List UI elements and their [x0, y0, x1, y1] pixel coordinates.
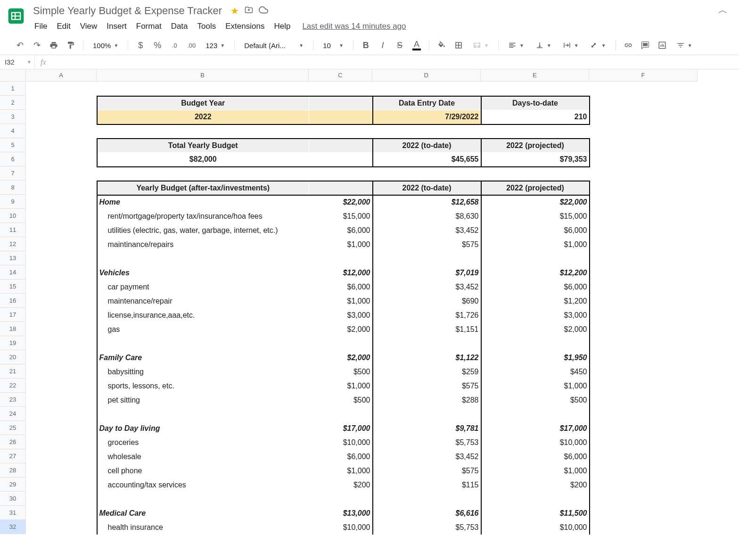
font-select[interactable]: Default (Ari...▼ [240, 40, 307, 51]
item-budget[interactable]: $10,000 [309, 520, 373, 535]
cell[interactable] [590, 506, 698, 520]
cell[interactable] [26, 96, 97, 110]
document-title[interactable]: Simple Yearly Budget & Expense Tracker [30, 4, 225, 18]
category-name[interactable]: Family Care [97, 351, 309, 365]
menu-help[interactable]: Help [270, 20, 295, 33]
category-projected[interactable]: $1,950 [481, 351, 590, 365]
number-format-select[interactable]: 123▼ [202, 40, 229, 51]
item-projected[interactable]: $15,000 [481, 209, 590, 223]
category-to-date[interactable]: $1,122 [373, 351, 481, 365]
cell[interactable] [97, 167, 309, 181]
cell[interactable] [309, 96, 373, 110]
item-projected[interactable]: $1,000 [481, 379, 590, 393]
cell[interactable] [309, 139, 373, 153]
cell[interactable] [97, 492, 309, 506]
item-name[interactable]: maintenance/repair [97, 294, 309, 308]
move-icon[interactable] [245, 6, 253, 16]
section-projected-label[interactable]: 2022 (projected) [481, 181, 590, 195]
category-to-date[interactable]: $6,616 [373, 506, 481, 520]
to-date-label[interactable]: 2022 (to-date) [373, 139, 481, 153]
category-budget[interactable]: $12,000 [309, 266, 373, 280]
data-entry-label[interactable]: Data Entry Date [373, 96, 481, 110]
item-projected[interactable]: $450 [481, 365, 590, 379]
projected-value[interactable]: $79,353 [481, 153, 590, 167]
item-projected[interactable]: $6,000 [481, 280, 590, 294]
percent-icon[interactable]: % [151, 39, 164, 52]
cell[interactable] [373, 167, 481, 181]
cell[interactable] [97, 252, 309, 266]
cell[interactable] [309, 153, 373, 167]
cell[interactable] [590, 223, 698, 238]
item-to-date[interactable]: $1,726 [373, 308, 481, 322]
cell[interactable] [26, 209, 97, 223]
item-name[interactable]: rent/mortgage/property tax/insurance/hoa… [97, 209, 309, 223]
cell[interactable] [590, 322, 698, 337]
cell[interactable] [26, 337, 97, 351]
cell[interactable] [26, 407, 97, 421]
cell[interactable] [590, 393, 698, 407]
item-to-date[interactable]: $575 [373, 379, 481, 393]
cell[interactable] [481, 124, 590, 139]
column-header-C[interactable]: C [309, 69, 372, 82]
item-projected[interactable]: $200 [481, 478, 590, 492]
category-name[interactable]: Home [97, 195, 309, 209]
row-header-22[interactable]: 22 [0, 379, 26, 393]
cell[interactable] [590, 195, 698, 209]
row-header-29[interactable]: 29 [0, 478, 26, 492]
item-projected[interactable]: $1,000 [481, 238, 590, 252]
category-to-date[interactable]: $12,658 [373, 195, 481, 209]
cell[interactable] [373, 407, 481, 421]
row-header-4[interactable]: 4 [0, 124, 26, 138]
collapse-chevron-icon[interactable]: ︿ [718, 4, 731, 16]
cell[interactable] [26, 421, 97, 436]
menu-view[interactable]: View [76, 20, 102, 33]
category-budget[interactable]: $2,000 [309, 351, 373, 365]
row-header-13[interactable]: 13 [0, 251, 26, 265]
cell[interactable] [309, 181, 373, 195]
item-name[interactable]: cell phone [97, 464, 309, 478]
item-budget[interactable]: $1,000 [309, 238, 373, 252]
cell[interactable] [26, 280, 97, 294]
spreadsheet-grid[interactable]: ABCDEF 123456789101112131415161718192021… [0, 69, 739, 535]
cell[interactable] [309, 337, 373, 351]
row-header-11[interactable]: 11 [0, 223, 26, 237]
budget-year-label[interactable]: Budget Year [97, 96, 309, 110]
item-name[interactable]: pet sitting [97, 393, 309, 407]
item-budget[interactable]: $1,000 [309, 294, 373, 308]
italic-icon[interactable]: I [376, 39, 389, 52]
projected-label[interactable]: 2022 (projected) [481, 139, 590, 153]
row-header-32[interactable]: 32 [0, 520, 26, 534]
item-name[interactable]: gas [97, 322, 309, 337]
row-header-5[interactable]: 5 [0, 138, 26, 152]
cell[interactable] [97, 407, 309, 421]
menu-file[interactable]: File [30, 20, 51, 33]
item-to-date[interactable]: $288 [373, 393, 481, 407]
cell[interactable] [26, 153, 97, 167]
cell[interactable] [26, 294, 97, 308]
filter-icon[interactable]: ▼ [673, 39, 696, 51]
item-budget[interactable]: $2,000 [309, 322, 373, 337]
bold-icon[interactable]: B [359, 39, 372, 52]
column-header-F[interactable]: F [589, 69, 698, 82]
h-align-icon[interactable]: ▼ [504, 39, 528, 51]
category-projected[interactable]: $17,000 [481, 421, 590, 436]
cell[interactable] [590, 124, 698, 139]
text-color-icon[interactable]: A [410, 39, 423, 52]
cell[interactable] [97, 82, 309, 96]
cell[interactable] [590, 492, 698, 506]
column-header-B[interactable]: B [97, 69, 309, 82]
item-to-date[interactable]: $3,452 [373, 450, 481, 464]
cell[interactable] [590, 238, 698, 252]
cell[interactable] [373, 252, 481, 266]
cell[interactable] [590, 153, 698, 167]
total-budget-value[interactable]: $82,000 [97, 153, 309, 167]
cell[interactable] [26, 492, 97, 506]
cell[interactable] [590, 308, 698, 322]
item-to-date[interactable]: $8,630 [373, 209, 481, 223]
row-header-1[interactable]: 1 [0, 82, 26, 96]
cell[interactable] [26, 195, 97, 209]
row-header-19[interactable]: 19 [0, 336, 26, 350]
budget-year-value[interactable]: 2022 [97, 110, 309, 124]
cell[interactable] [373, 492, 481, 506]
cell[interactable] [590, 365, 698, 379]
